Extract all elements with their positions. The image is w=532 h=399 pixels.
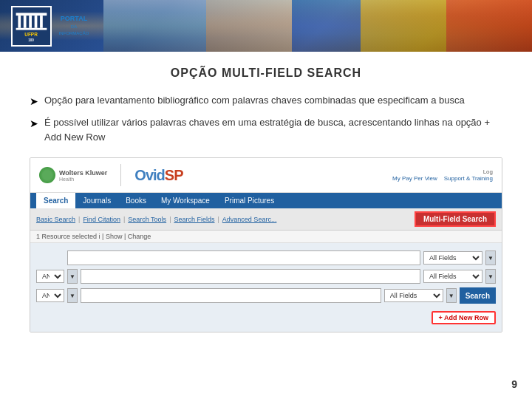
logo-area: UFPR 100 PORTAL DA INFORMAÇÃO xyxy=(0,2,103,50)
svg-rect-1 xyxy=(16,13,47,16)
resource-text: 1 Resource selected i | Show | Change xyxy=(36,233,151,240)
connector-select-3[interactable]: AND OR NOT xyxy=(36,289,64,302)
svg-text:DA: DA xyxy=(71,24,77,29)
svg-rect-2 xyxy=(18,16,21,28)
screenshot-mockup: Wolters Kluwer Health OvidSP Log My Pay … xyxy=(30,157,502,332)
subnav-search-fields[interactable]: Search Fields xyxy=(174,216,214,223)
field-arrow-2[interactable]: ▼ xyxy=(485,269,496,284)
svg-text:100: 100 xyxy=(28,38,34,42)
subnav-sep-2: | xyxy=(123,216,125,223)
nav-tab-workspace[interactable]: My Workspace xyxy=(154,193,217,208)
subnav-sep-1: | xyxy=(78,216,80,223)
search-row-1: All Fields ▼ xyxy=(36,250,496,265)
search-row-2: AND OR NOT ▼ All Fields ▼ xyxy=(36,269,496,284)
multi-field-search-button[interactable]: Multi-Field Search xyxy=(415,211,496,227)
field-select-3[interactable]: All Fields xyxy=(384,289,443,302)
search-fields: All Fields ▼ AND OR NOT ▼ All Fields ▼ xyxy=(30,243,502,332)
nav-tab-search[interactable]: Search xyxy=(36,193,75,208)
add-row-area: + Add New Row xyxy=(36,307,496,324)
ovid-subnav: Basic Search | Find Citation | Search To… xyxy=(30,208,502,231)
main-content: OPÇÃO MULTI-FIELD SEARCH ➤ Opção para le… xyxy=(0,52,532,347)
ovid-logo-area: Wolters Kluwer Health OvidSP xyxy=(39,164,183,186)
svg-rect-4 xyxy=(29,16,32,28)
subnav-advanced-search[interactable]: Advanced Searc... xyxy=(222,216,277,223)
health-text: Health xyxy=(59,177,107,182)
subnav-search-tools[interactable]: Search Tools xyxy=(128,216,166,223)
svg-rect-3 xyxy=(24,16,27,28)
bullet-arrow-2: ➤ xyxy=(30,116,38,132)
search-input-2[interactable] xyxy=(81,269,420,284)
connector-select-2[interactable]: AND OR NOT xyxy=(36,270,64,283)
svg-rect-6 xyxy=(40,16,43,28)
svg-rect-5 xyxy=(35,16,38,28)
wolters-kluwer-text: Wolters Kluwer xyxy=(59,169,107,177)
svg-text:PORTAL: PORTAL xyxy=(61,15,88,22)
bullet-item-1: ➤ Opção para levantamento bibliográfico … xyxy=(30,93,502,109)
bullet-text-1: Opção para levantamento bibliográfico co… xyxy=(44,93,465,108)
field-arrow-3[interactable]: ▼ xyxy=(446,288,457,303)
bullet-arrow-1: ➤ xyxy=(30,94,38,109)
banner-images xyxy=(103,0,532,52)
ovid-header-right: Log My Pay Per View Support & Training xyxy=(392,168,493,182)
svg-text:INFORMAÇÃO: INFORMAÇÃO xyxy=(59,31,89,35)
svg-rect-7 xyxy=(16,27,47,30)
nav-tab-primal[interactable]: Primal Pictures xyxy=(217,193,282,208)
nav-tab-books[interactable]: Books xyxy=(118,193,154,208)
wolters-logo: Wolters Kluwer Health xyxy=(39,167,107,183)
ufpr-logo: UFPR 100 xyxy=(11,6,52,47)
bullet-item-2: ➤ É possível utilizar vários palavras ch… xyxy=(30,115,502,144)
connector-arrow-3[interactable]: ▼ xyxy=(67,288,78,303)
subnav-find-citation[interactable]: Find Citation xyxy=(83,216,120,223)
nav-tab-journals[interactable]: Journals xyxy=(75,193,118,208)
search-input-1[interactable] xyxy=(67,250,420,265)
field-select-2[interactable]: All Fields xyxy=(423,270,482,283)
ovid-sp-text: OvidSP xyxy=(134,167,183,184)
add-new-row-button[interactable]: + Add New Row xyxy=(432,311,496,324)
field-arrow-1[interactable]: ▼ xyxy=(485,250,496,265)
subnav-sep-3: | xyxy=(169,216,171,223)
resource-line: 1 Resource selected i | Show | Change xyxy=(30,231,502,243)
ovid-nav: Search Journals Books My Workspace Prima… xyxy=(30,193,502,208)
subnav-basic-search[interactable]: Basic Search xyxy=(36,216,75,223)
bullet-text-2: É possível utilizar vários palavras chav… xyxy=(44,115,502,144)
svg-text:UFPR: UFPR xyxy=(24,31,38,36)
wolters-icon xyxy=(39,167,55,183)
search-row-3: AND OR NOT ▼ All Fields ▼ Search xyxy=(36,287,496,304)
bullet-points: ➤ Opção para levantamento bibliográfico … xyxy=(30,93,502,144)
subnav-sep-4: | xyxy=(218,216,219,223)
page-number: 9 xyxy=(511,378,517,390)
ovid-header: Wolters Kluwer Health OvidSP Log My Pay … xyxy=(30,158,502,193)
search-button[interactable]: Search xyxy=(460,287,496,304)
field-select-1[interactable]: All Fields xyxy=(423,251,482,265)
page-title: OPÇÃO MULTI-FIELD SEARCH xyxy=(30,66,502,80)
header-banner: UFPR 100 PORTAL DA INFORMAÇÃO xyxy=(0,0,532,52)
connector-arrow-2[interactable]: ▼ xyxy=(67,269,78,284)
search-input-3[interactable] xyxy=(81,288,381,303)
